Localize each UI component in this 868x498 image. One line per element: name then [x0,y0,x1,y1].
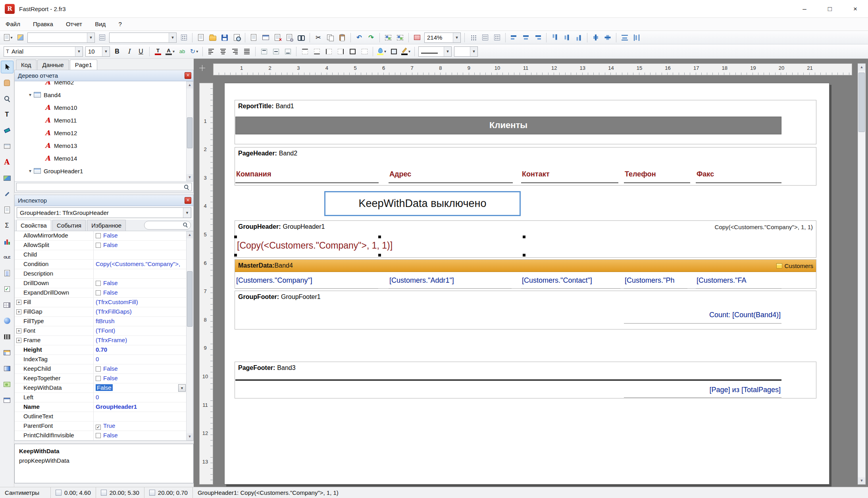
close-panel-button[interactable]: × [185,197,191,204]
memo-column-company[interactable]: Компания [235,166,379,183]
redo-button[interactable]: ↷ [365,32,377,44]
property-row-drilldown[interactable]: DrillDownFalse [15,279,193,288]
selection-handle[interactable] [523,254,525,257]
chevron-down-icon[interactable]: ▾ [75,47,83,56]
scroll-up-arrow[interactable]: ▲ [858,64,865,71]
tree-scrollbar[interactable]: ▲ ▼ [186,81,193,181]
tab-properties[interactable]: Свойства [16,220,51,231]
valign-bottom-button[interactable] [282,46,294,57]
toolbar-combo-1[interactable]: ▾ [27,33,95,43]
zoom-tool[interactable] [1,92,13,105]
memo-report-title[interactable]: Клиенты [235,117,781,134]
checkbox-object-button[interactable]: ✓ [1,283,13,295]
scrollbar-thumb[interactable] [187,271,192,327]
frame-top-button[interactable] [299,46,311,57]
report-page[interactable]: ReportTitle:Band1 Клиенты PageHeader:Ban… [224,83,830,485]
tree-item-band4[interactable]: ▾Band4 [15,88,193,101]
property-row-left[interactable]: Left0 [15,393,193,402]
chart-object-button[interactable] [1,314,13,327]
property-row-keepchild[interactable]: KeepChildFalse [15,364,193,374]
align-middles-button[interactable] [561,32,573,44]
frame-bottom-button[interactable] [311,46,323,57]
same-height-button[interactable] [631,32,643,44]
property-row-name[interactable]: NameGroupHeader1 [15,402,193,412]
property-row-expanddrilldown[interactable]: ExpandDrillDownFalse [15,288,193,298]
center-vertically-button[interactable] [602,32,614,44]
checkbox-icon[interactable] [96,243,101,248]
save-report-button[interactable] [219,32,231,44]
inspector-search-input[interactable] [144,221,191,230]
add-page-button[interactable] [248,32,260,44]
font-color-button[interactable]: T [152,46,164,57]
align-justify-button[interactable] [241,46,253,57]
add-dialog-button[interactable] [260,32,271,44]
combo-1-settings-button[interactable] [96,32,108,44]
scroll-up-arrow[interactable]: ▲ [187,232,193,238]
memo-column-phone[interactable]: Телефон [624,166,690,183]
minimize-button[interactable]: – [792,0,817,18]
dropdown-button[interactable]: ▾ [178,384,186,392]
chart-bars-object-button[interactable] [1,235,13,248]
chevron-down-icon[interactable]: ▾ [102,47,110,56]
memo-group-header[interactable]: [Copy(<Customers."Company">, 1, 1)] [235,237,524,255]
property-row-indextag[interactable]: IndexTag0 [15,355,193,364]
tree-item-memo13[interactable]: AMemo13 [15,139,193,152]
line-style-combo[interactable]: ▾ [418,46,452,57]
property-row-keeptogether[interactable]: KeepTogetherFalse [15,374,193,383]
select-tool[interactable] [1,61,13,73]
close-button[interactable]: × [843,0,868,18]
new-page-button[interactable] [195,32,207,44]
show-grid-button[interactable] [467,32,479,44]
align-centers-button[interactable] [520,32,532,44]
band-pageheader[interactable]: PageHeader:Band2 Компания Адрес Контакт … [235,147,816,186]
tree-item-groupheader1[interactable]: ▾GroupHeader1 [15,165,193,177]
expression-object-button[interactable]: Σ [1,219,13,232]
property-row-height[interactable]: Height0.70 [15,345,193,355]
delete-page-button[interactable]: × [271,32,283,44]
property-row-allowmirrormode[interactable]: AllowMirrorModeFalse [15,231,193,241]
group-button[interactable] [382,32,394,44]
undo-button[interactable]: ↶ [353,32,365,44]
align-rights-button[interactable] [532,32,544,44]
menu-file[interactable]: Файл [0,18,26,31]
expand-icon[interactable]: + [16,338,21,343]
chevron-down-icon[interactable]: ▾ [183,208,191,218]
menu-view[interactable]: Вид [89,18,111,31]
crosstab-object-button[interactable] [1,346,13,359]
property-row-condition[interactable]: ConditionCopy(<Customers."Company">, [15,260,193,269]
table-object-button[interactable] [1,299,13,311]
dialog-controls-button[interactable] [1,394,13,406]
object-selector-combo[interactable]: GroupHeader1: TfrxGroupHeader▾ [17,207,191,218]
selection-handle[interactable] [378,236,381,238]
insert-band-button[interactable] [411,32,423,44]
scrollbar-thumb[interactable] [858,73,865,132]
tree-item-memo11[interactable]: AMemo11 [15,114,193,126]
align-to-grid-button[interactable] [479,32,491,44]
selection-handle[interactable] [234,254,237,257]
same-width-button[interactable] [619,32,631,44]
picture-object-button[interactable] [1,172,13,184]
expand-icon[interactable]: + [16,300,21,305]
band-groupheader[interactable]: GroupHeader:GroupHeader1 Copy(<Customers… [235,220,816,258]
italic-button[interactable]: I [123,46,135,57]
memo-field-company[interactable]: [Customers."Company"] [235,273,378,289]
scroll-down-arrow[interactable]: ▼ [858,477,865,484]
fill-style-button[interactable] [388,46,400,57]
underline-button[interactable]: U [135,46,147,57]
paste-button[interactable] [336,32,348,44]
memo-field-contact[interactable]: [Customers."Contact"] [521,273,620,289]
text-object-button[interactable]: A [1,156,13,169]
design-canvas[interactable]: 123456789101112131415161718192021 123456… [194,59,868,487]
format-painter-tool[interactable] [1,124,13,137]
ungroup-button[interactable] [394,32,406,44]
data-dictionary-button[interactable] [14,32,26,44]
property-row-printchildifinvisible[interactable]: PrintChildIfInvisibleFalse [15,431,193,441]
chevron-down-icon[interactable]: ▾ [87,33,94,42]
property-row-parentfont[interactable]: ParentFont✓True [15,421,193,431]
masterdata-band-header[interactable]: MasterData:Band4 Customers [235,260,816,272]
tree-item-memo12[interactable]: AMemo12 [15,126,193,139]
line-width-combo[interactable]: ▾ [454,46,478,57]
expand-icon[interactable]: + [16,328,21,333]
memo-field-addr1[interactable]: [Customers."Addr1"] [389,273,512,289]
align-bottoms-button[interactable] [573,32,585,44]
